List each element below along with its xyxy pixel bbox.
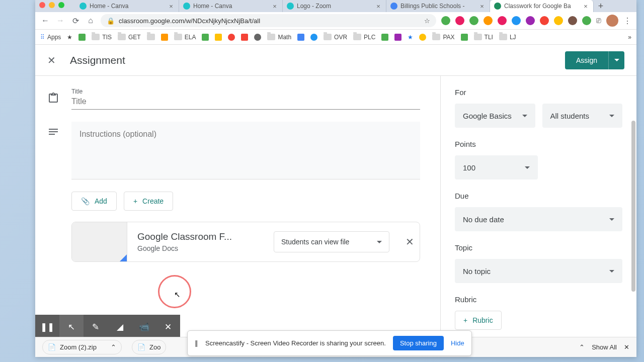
bookmark-folder[interactable]: ELA — [174, 34, 196, 41]
reload-button[interactable]: ⟳ — [70, 16, 80, 26]
ext-icon[interactable] — [582, 16, 591, 25]
bookmark-item[interactable] — [202, 34, 209, 41]
attachment-thumbnail[interactable] — [72, 222, 127, 261]
stop-sharing-button[interactable]: Stop sharing — [393, 336, 444, 350]
ext-icon[interactable] — [498, 16, 507, 25]
bookmark-folder[interactable]: GET — [118, 34, 141, 41]
star-icon[interactable]: ☆ — [424, 17, 430, 25]
eraser-button[interactable]: ◢ — [108, 315, 132, 339]
ext-icon[interactable] — [554, 16, 563, 25]
bookmark-folder[interactable] — [147, 34, 155, 40]
title-field[interactable]: Title Title — [71, 88, 420, 110]
close-icon[interactable]: × — [478, 3, 486, 10]
attachment-title[interactable]: Google Classroom F... — [137, 231, 264, 242]
apps-button[interactable]: ⠿Apps — [40, 34, 61, 41]
students-select[interactable]: All students — [542, 104, 623, 128]
download-item[interactable]: 📄 Zoo — [132, 340, 166, 354]
bookmark-overflow[interactable]: » — [628, 34, 631, 41]
add-button[interactable]: 📎Add — [71, 192, 117, 211]
ext-icon[interactable] — [484, 16, 493, 25]
home-button[interactable]: ⌂ — [86, 16, 96, 26]
close-icon[interactable]: × — [168, 3, 175, 10]
close-button[interactable]: ✕ — [47, 54, 56, 66]
profile-avatar[interactable] — [606, 15, 618, 27]
bookmark-item[interactable] — [161, 34, 168, 41]
menu-icon[interactable]: ⋮ — [623, 16, 631, 26]
bookmark-folder[interactable]: Math — [267, 34, 291, 41]
instructions-field[interactable]: Instructions (optional) — [71, 122, 420, 179]
pointer-button[interactable]: ↖ — [59, 315, 84, 339]
address-bar[interactable]: 🔒 classroom.google.com/w/NDcxNjkyNjcxNjB… — [101, 14, 436, 27]
scrollbar[interactable] — [630, 121, 636, 297]
rubric-button[interactable]: +Rubric — [455, 311, 502, 330]
share-text: Screencastify - Screen Video Recorder is… — [205, 339, 386, 347]
pen-button[interactable]: ✎ — [84, 315, 108, 339]
bookmark-item[interactable] — [419, 34, 426, 41]
maximize-window-icon[interactable] — [58, 2, 64, 8]
create-button[interactable]: +Create — [124, 192, 173, 211]
title-input[interactable]: Title — [71, 97, 420, 106]
ext-icon[interactable] — [512, 16, 521, 25]
tab-canva-1[interactable]: Home - Canva× — [75, 0, 179, 12]
page-title: Assignment — [70, 54, 125, 66]
ext-icon[interactable] — [469, 16, 478, 25]
tab-billings[interactable]: Billings Public Schools -× — [386, 0, 490, 12]
bookmark-item[interactable] — [461, 34, 468, 41]
bookmark-folder[interactable]: LJ — [499, 34, 516, 41]
back-button[interactable]: ← — [40, 16, 50, 26]
close-downloads-button[interactable]: ✕ — [624, 343, 629, 351]
pause-button[interactable]: ❚❚ — [35, 315, 59, 339]
points-label: Points — [455, 140, 622, 148]
share-handle-icon[interactable]: ‖ — [195, 339, 198, 347]
remove-attachment-button[interactable]: ✕ — [399, 236, 420, 248]
show-all-button[interactable]: Show All — [592, 343, 617, 351]
close-toolbar-button[interactable]: ✕ — [156, 315, 180, 339]
bookmark-folder[interactable]: TIS — [92, 34, 112, 41]
bookmark-item[interactable] — [381, 34, 388, 41]
download-item[interactable]: 📄 Zoom (2).zip ⌃ — [42, 340, 122, 354]
bookmark-item[interactable] — [215, 34, 222, 41]
ext-icon[interactable] — [455, 16, 464, 25]
bookmark-item[interactable] — [241, 34, 248, 41]
close-icon[interactable]: × — [271, 3, 278, 10]
bookmark-item[interactable]: ★ — [408, 34, 413, 41]
chevron-down-icon — [522, 115, 527, 117]
close-icon[interactable]: × — [375, 3, 382, 10]
tab-canva-2[interactable]: Home - Canva× — [179, 0, 283, 12]
minimize-window-icon[interactable] — [49, 2, 55, 8]
bookmark-item[interactable] — [297, 34, 304, 41]
new-tab-button[interactable]: + — [594, 0, 608, 12]
due-date-select[interactable]: No due date — [455, 207, 622, 231]
close-window-icon[interactable] — [39, 2, 45, 8]
bookmark-item[interactable] — [310, 34, 317, 41]
class-select[interactable]: Google Basics — [455, 104, 535, 128]
points-select[interactable]: 100 — [455, 155, 538, 179]
permission-dropdown[interactable]: Students can view file — [274, 231, 389, 252]
bookmark-folder[interactable]: PLC — [353, 34, 375, 41]
assign-dropdown[interactable] — [608, 51, 624, 69]
chevron-up-icon[interactable]: ⌃ — [579, 343, 585, 351]
cast-icon[interactable]: ⎚ — [596, 16, 601, 25]
ext-icon[interactable] — [540, 16, 549, 25]
assign-button[interactable]: Assign — [565, 51, 608, 69]
forward-button[interactable]: → — [55, 16, 65, 26]
hide-notification-button[interactable]: Hide — [451, 339, 464, 347]
bookmark-folder[interactable]: OVR — [324, 34, 347, 41]
bookmark-folder[interactable]: PAX — [432, 34, 454, 41]
topic-select[interactable]: No topic — [455, 259, 622, 283]
bookmark-item[interactable] — [394, 34, 401, 41]
ext-icon[interactable] — [441, 16, 450, 25]
close-icon[interactable]: × — [582, 3, 589, 10]
bookmark-item[interactable] — [254, 34, 261, 41]
bookmark-item[interactable]: ★ — [67, 34, 72, 41]
camera-button[interactable]: 📹 — [132, 315, 156, 339]
bookmark-item[interactable] — [78, 34, 86, 41]
ext-icon[interactable] — [526, 16, 535, 25]
bookmark-item[interactable] — [228, 34, 235, 41]
window-controls[interactable] — [39, 2, 64, 8]
tab-zoom[interactable]: Logo - Zoom× — [283, 0, 386, 12]
chevron-up-icon[interactable]: ⌃ — [111, 343, 116, 351]
bookmark-folder[interactable]: TLI — [474, 34, 493, 41]
tab-classroom[interactable]: Classwork for Google Ba× — [490, 0, 594, 12]
ext-icon[interactable] — [568, 16, 577, 25]
